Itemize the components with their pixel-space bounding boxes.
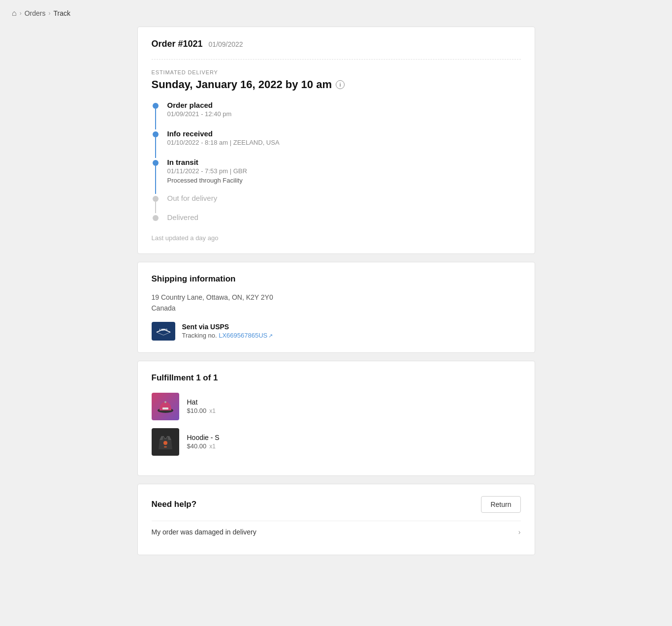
need-help-card: Need help? Return My order was damaged i…: [137, 484, 535, 555]
product-name: Hat: [187, 398, 521, 406]
help-items: My order was damaged in delivery ›: [152, 521, 521, 543]
product-row: Hat $10.00x1: [152, 393, 521, 420]
product-details: Hat $10.00x1: [187, 398, 521, 414]
fulfillment-items: Hat $10.00x1 Hoodie: [152, 393, 521, 456]
timeline-left: [152, 213, 160, 232]
chevron-right-icon: ›: [518, 528, 521, 536]
timeline-timestamp: 01/11/2022 - 7:53 pm | GBR: [167, 167, 521, 175]
tracking-number-row: Tracking no. LX669567865US↗: [182, 332, 273, 339]
timeline-timestamp: 01/10/2022 - 8:18 am | ZEELAND, USA: [167, 139, 521, 146]
timeline-line: [155, 166, 156, 194]
tracking-link[interactable]: LX669567865US↗: [219, 332, 273, 339]
order-header-card: Order #1021 01/09/2022 ESTIMATED DELIVER…: [137, 27, 535, 254]
product-price: $40.00x1: [187, 442, 521, 450]
last-updated: Last updated a day ago: [152, 234, 521, 242]
timeline-dot: [153, 160, 159, 166]
breadcrumb-track: Track: [53, 9, 70, 17]
timeline-left: [152, 101, 160, 129]
need-help-header: Need help? Return: [152, 496, 521, 513]
external-link-icon: ↗: [268, 333, 273, 339]
timeline-content: In transit 01/11/2022 - 7:53 pm | GBR Pr…: [167, 158, 521, 194]
breadcrumb-separator-2: ›: [48, 10, 50, 17]
timeline-content: Out for delivery: [167, 194, 521, 213]
fulfillment-title: Fulfillment 1 of 1: [152, 373, 521, 383]
section-divider-1: [152, 59, 521, 60]
timeline-item: Out for delivery: [152, 194, 521, 213]
timeline-detail: Processed through Facility: [167, 177, 521, 184]
hoodie-svg: [156, 432, 175, 452]
estimated-delivery-date: Sunday, January 16, 2022 by 10 am i: [152, 78, 521, 91]
product-name: Hoodie - S: [187, 434, 521, 441]
timeline-item: In transit 01/11/2022 - 7:53 pm | GBR Pr…: [152, 158, 521, 194]
shipping-title: Shipping information: [152, 274, 521, 284]
timeline-item: Order placed 01/09/2021 - 12:40 pm: [152, 101, 521, 129]
tracking-timeline: Order placed 01/09/2021 - 12:40 pm Info …: [152, 101, 521, 232]
hat-svg: [156, 397, 175, 416]
breadcrumb-separator-1: ›: [20, 10, 22, 17]
timeline-status: Out for delivery: [167, 194, 521, 202]
product-qty: x1: [209, 407, 216, 414]
help-item-label: My order was damaged in delivery: [152, 528, 256, 536]
timeline-left: [152, 194, 160, 213]
svg-point-5: [163, 441, 167, 445]
timeline-item: Info received 01/10/2022 - 8:18 am | ZEE…: [152, 129, 521, 158]
estimated-delivery-label: ESTIMATED DELIVERY: [152, 69, 521, 75]
fulfillment-card: Fulfillment 1 of 1 Hat $10.00x1: [137, 361, 535, 476]
timeline-line: [155, 202, 156, 213]
usps-logo: USPS: [152, 322, 175, 341]
usps-logo-svg: USPS: [155, 325, 172, 337]
timeline-left: [152, 129, 160, 158]
info-circle-icon[interactable]: i: [336, 80, 345, 89]
main-container: Order #1021 01/09/2022 ESTIMATED DELIVER…: [129, 27, 543, 583]
timeline-status: Info received: [167, 129, 521, 138]
timeline-line: [155, 109, 156, 129]
carrier-name: Sent via USPS: [182, 323, 273, 331]
timeline-content: Info received 01/10/2022 - 8:18 am | ZEE…: [167, 129, 521, 158]
product-row: Hoodie - S $40.00x1: [152, 428, 521, 456]
product-qty: x1: [209, 443, 216, 450]
svg-point-6: [164, 446, 167, 447]
timeline-dot: [153, 196, 159, 202]
timeline-status: Delivered: [167, 213, 521, 221]
breadcrumb: ⌂ › Orders › Track: [0, 0, 672, 27]
order-date: 01/09/2022: [209, 40, 243, 48]
address-line1: 19 Country Lane, Ottawa, ON, K2Y 2Y0: [152, 292, 521, 303]
estimated-delivery-section: ESTIMATED DELIVERY Sunday, January 16, 2…: [152, 69, 521, 91]
timeline-item: Delivered: [152, 213, 521, 232]
svg-point-4: [164, 401, 166, 403]
timeline-dot: [153, 131, 159, 137]
shipping-info-card: Shipping information 19 Country Lane, Ot…: [137, 262, 535, 353]
timeline-left: [152, 158, 160, 194]
need-help-title: Need help?: [152, 500, 197, 509]
timeline-timestamp: 01/09/2021 - 12:40 pm: [167, 110, 521, 118]
timeline-status: In transit: [167, 158, 521, 166]
shipping-address: 19 Country Lane, Ottawa, ON, K2Y 2Y0 Can…: [152, 292, 521, 314]
product-image-hoodie: [152, 428, 179, 456]
home-icon[interactable]: ⌂: [12, 9, 17, 18]
address-line2: Canada: [152, 303, 521, 313]
product-image-hat: [152, 393, 179, 420]
carrier-info: Sent via USPS Tracking no. LX669567865US…: [182, 323, 273, 339]
breadcrumb-orders[interactable]: Orders: [25, 9, 46, 17]
delivery-date-text: Sunday, January 16, 2022 by 10 am: [152, 78, 332, 91]
tracking-number-text: LX669567865US: [219, 332, 267, 339]
timeline-dot: [153, 215, 159, 221]
timeline-content: Delivered: [167, 213, 521, 232]
svg-rect-3: [162, 407, 168, 409]
product-price: $10.00x1: [187, 407, 521, 414]
product-details: Hoodie - S $40.00x1: [187, 434, 521, 450]
timeline-content: Order placed 01/09/2021 - 12:40 pm: [167, 101, 521, 129]
help-item[interactable]: My order was damaged in delivery ›: [152, 521, 521, 543]
carrier-row: USPS Sent via USPS Tracking no. LX669567…: [152, 322, 521, 341]
return-button[interactable]: Return: [481, 496, 520, 513]
timeline-dot: [153, 103, 159, 109]
order-number: Order #1021: [152, 39, 203, 49]
timeline-line: [155, 137, 156, 158]
order-header: Order #1021 01/09/2022: [152, 39, 521, 49]
tracking-label: Tracking no.: [182, 332, 217, 339]
timeline-status: Order placed: [167, 101, 521, 109]
